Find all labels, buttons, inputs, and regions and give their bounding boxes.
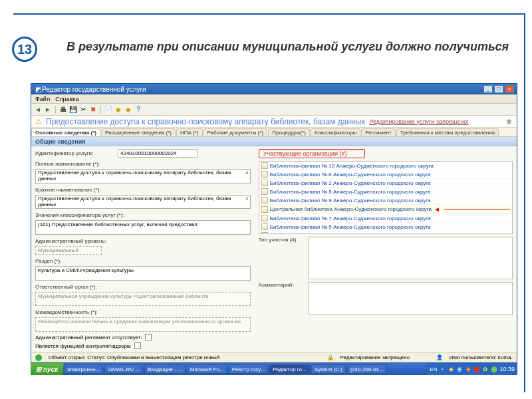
short-label: Краткое наименование (*): <box>35 187 251 193</box>
list-item[interactable]: Библиотека-филиал № 12 Анжеро-Судженског… <box>259 162 512 170</box>
maximize-button[interactable]: □ <box>494 85 503 93</box>
tray-icon[interactable]: ⬤ <box>473 366 480 372</box>
print-icon[interactable]: 🖶 <box>59 106 67 114</box>
taskbar-item[interactable]: GMAIL.RU ... <box>104 364 143 374</box>
start-button[interactable]: ⊞пуск <box>31 363 63 375</box>
lang-indicator[interactable]: EN <box>430 366 437 372</box>
doc-icon <box>261 197 268 203</box>
tab-req[interactable]: Требования к местам предоставления <box>396 128 499 136</box>
taskbar-item[interactable]: Редактор го... <box>269 364 310 374</box>
list-item[interactable]: Центральная библиотека Анжеро-Судженског… <box>259 205 512 214</box>
orgs-heading[interactable]: Участвующие организации (#) <box>259 149 365 158</box>
tab-regl[interactable]: Регламент <box>361 128 395 136</box>
windows-icon: ⊞ <box>36 366 41 373</box>
taskbar-item[interactable]: Microsoft Po... <box>187 364 227 374</box>
tab-class[interactable]: Классификаторы <box>311 128 360 136</box>
fullname-field[interactable]: Предоставление доступа к справочно-поиск… <box>35 169 251 184</box>
general-fields: Идентификатор услуги: 424010001000000202… <box>31 146 255 352</box>
taskbar: ⊞пуск электронно... GMAIL.RU ... Входящи… <box>31 363 517 375</box>
lock-icon: 🔒 <box>327 354 334 360</box>
toolbar: ◄ ► 🖶 💾 ✂ ✖ 📄 ◆ ◆ ? <box>31 104 517 116</box>
warning-icon: ⚠ <box>35 117 42 126</box>
tab-docs[interactable]: Рабочие документы (*) <box>203 128 268 136</box>
doc-icon <box>261 180 268 186</box>
cut-icon[interactable]: ✂ <box>79 106 87 114</box>
reg-absent-checkbox[interactable] <box>145 334 152 340</box>
control-checkbox[interactable] <box>134 342 141 349</box>
system-tray: EN ‹ ◆ ◉ ◆ ⬤ ✿ ⬤ 10:39 <box>427 363 517 375</box>
close-button[interactable]: × <box>505 85 514 93</box>
taskbar-item[interactable]: System (C:) <box>311 364 346 374</box>
tray-icon[interactable]: ⬤ <box>491 366 497 372</box>
menu-help[interactable]: Справка <box>55 96 78 102</box>
control-label: Является функцией контроля/надзора: <box>35 343 132 349</box>
menu-bar: Файл Справка <box>31 94 517 104</box>
id-label: Идентификатор услуги: <box>35 150 115 156</box>
document-header: ⚠ Предоставление доступа к справочно-пои… <box>31 116 517 128</box>
inter-label: Межведомственность (*): <box>35 309 251 315</box>
edit-locked-note: Редактирование услуги запрещено! <box>369 118 468 125</box>
org-list[interactable]: Библиотека-филиал № 12 Анжеро-Судженског… <box>259 161 513 234</box>
tray-icon[interactable]: ◆ <box>448 366 454 372</box>
copy-icon[interactable]: 📄 <box>104 106 112 114</box>
list-item[interactable]: Библиотека-филиал № 5 Анжеро-Судженского… <box>259 223 512 231</box>
class-field[interactable]: (161) Предоставление библиотечных услуг,… <box>35 220 251 235</box>
doc-icon <box>261 215 268 221</box>
forward-icon[interactable]: ► <box>44 106 52 114</box>
taskbar-item[interactable]: [240-269-01... <box>347 364 387 374</box>
comment-label: Комментарий: <box>259 282 305 288</box>
delete-icon[interactable]: ✖ <box>89 106 97 114</box>
admin-label: Административный уровень: <box>35 238 251 244</box>
clock[interactable]: 10:39 <box>499 366 515 372</box>
list-item[interactable]: Центральная детская библиотека Анжеро-Су… <box>259 231 512 234</box>
back-icon[interactable]: ◄ <box>34 106 42 114</box>
taskbar-item[interactable]: Входящие - ... <box>144 364 186 374</box>
tab-npa[interactable]: НПА (*) <box>176 128 203 136</box>
doc-icon <box>261 206 268 213</box>
tray-icon[interactable]: ◉ <box>456 366 463 372</box>
minimize-button[interactable]: _ <box>483 85 493 93</box>
tray-icon[interactable]: ✿ <box>482 366 489 372</box>
list-item[interactable]: Библиотека-филиал № 9 Анжеро-Судженского… <box>259 196 512 205</box>
inter-field[interactable]: Реализуется исключительно в пределах ком… <box>35 317 251 332</box>
app-window: ◩ Редактор государственной услуги _ □ × … <box>31 83 517 363</box>
help-icon[interactable]: ? <box>134 106 142 114</box>
resp-field[interactable]: Муниципальное учреждение культуры «Центр… <box>35 292 251 307</box>
admin-field[interactable]: Муниципальный <box>35 246 102 255</box>
panel-heading: Общие сведения <box>31 137 517 146</box>
section-label: Раздел (*): <box>35 258 251 264</box>
arrow-icon: ◄ <box>434 205 440 213</box>
list-item[interactable]: Библиотека-филиал № 6 Анжеро-Судженского… <box>259 170 512 179</box>
save-icon[interactable]: 💾 <box>69 106 77 114</box>
clear-icon[interactable]: × <box>245 170 249 176</box>
type-label: Тип участия (#): <box>259 237 305 243</box>
tray-icon[interactable]: ◆ <box>465 366 471 372</box>
tool2-icon[interactable]: ◆ <box>124 106 132 114</box>
section-field[interactable]: Культура и СМИ\Учреждения культуры <box>35 266 251 281</box>
list-item[interactable]: Библиотека-филиал № 8 Анжеро-Судженского… <box>259 188 512 196</box>
short-field[interactable]: Предоставление доступа к справочно-поиск… <box>35 195 251 209</box>
id-field[interactable]: 4240100010000002024 <box>118 149 198 158</box>
tab-main[interactable]: Основные сведения (*) <box>31 128 100 136</box>
user-icon: 👤 <box>436 354 443 360</box>
doc-icon <box>261 171 268 178</box>
status-ok-icon <box>35 354 42 361</box>
taskbar-item[interactable]: Реестр госу... <box>229 364 268 374</box>
status-locked: Редактирование запрещено <box>340 354 410 360</box>
tool1-icon[interactable]: ◆ <box>114 106 122 114</box>
tab-ext[interactable]: Расширенные сведения (*) <box>101 128 176 136</box>
tab-proc[interactable]: Процедуры(*) <box>268 128 310 136</box>
taskbar-item[interactable]: электронно... <box>64 364 103 374</box>
class-label: Значения классификатора услуг (*): <box>35 212 251 218</box>
list-item[interactable]: Библиотека-филиал № 7 Анжеро-Судженского… <box>259 214 512 223</box>
resp-label: Ответственный орган (*): <box>35 284 251 290</box>
type-field[interactable] <box>308 237 513 279</box>
clear-icon[interactable]: × <box>245 196 249 201</box>
tray-icon[interactable]: ‹ <box>439 366 446 372</box>
menu-file[interactable]: Файл <box>35 96 50 102</box>
comment-field[interactable] <box>308 282 513 315</box>
work-area: Идентификатор услуги: 424010001000000202… <box>31 146 517 352</box>
doc-close-icon[interactable]: ⊗ <box>505 118 513 126</box>
participating-orgs: Участвующие организации (#) Библиотека-ф… <box>255 146 517 352</box>
list-item[interactable]: Библиотека-филиал № 2 Анжеро-Судженского… <box>259 179 512 188</box>
